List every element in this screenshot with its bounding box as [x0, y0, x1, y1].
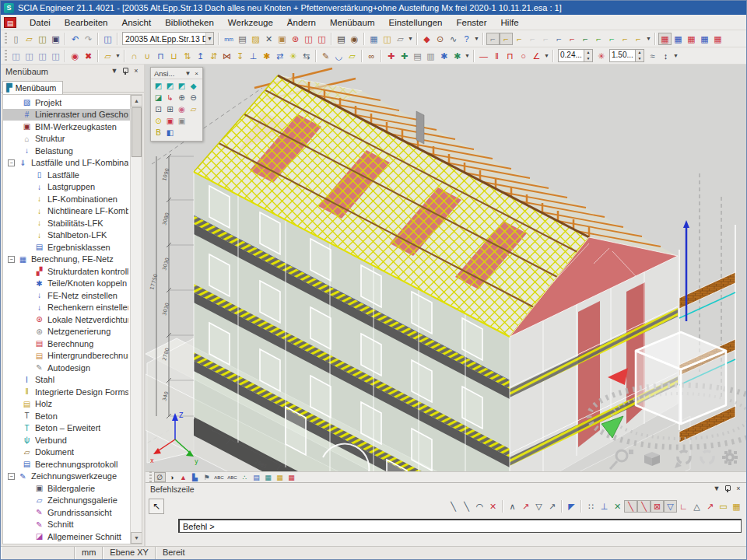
export-chart-icon[interactable]: ✕ [262, 33, 275, 45]
toolbar-grip[interactable] [5, 33, 7, 45]
tree-item-ergebnisklassen[interactable]: ▤Ergebnisklassen [3, 241, 130, 254]
layout-window-4-icon[interactable]: ◫ [49, 50, 62, 62]
save-icon[interactable]: ▣ [49, 33, 62, 45]
menu-einstellungen[interactable]: Einstellungen [381, 16, 449, 29]
open-drawing-icon[interactable]: ▱ [101, 50, 114, 62]
paste-add-data-icon[interactable]: ▥ [424, 50, 437, 62]
tree-item-berechnung-fe-netz[interactable]: −▦Berechnung, FE-Netz [3, 254, 130, 266]
calculator-icon[interactable]: ▦ [730, 500, 743, 513]
display-flags-caret[interactable]: ▼ [645, 33, 652, 45]
zoom-in-icon[interactable]: ⊕ [176, 92, 188, 103]
status-plane[interactable]: Ebene XY [103, 547, 156, 559]
activity-filter-2-icon[interactable]: ▦ [672, 33, 685, 45]
tree-item-lastgruppen[interactable]: ↓Lastgruppen [3, 181, 130, 194]
sidebar-menu-caret[interactable]: ▼ [109, 66, 120, 76]
cursor-mode-icon[interactable]: ↖ [149, 499, 164, 514]
open-project-icon[interactable]: ▱ [23, 33, 36, 45]
perpendicular-icon[interactable]: ⊥ [247, 50, 260, 62]
snap-free-icon[interactable]: ↗ [703, 500, 717, 513]
layers-icon[interactable]: ▤ [236, 33, 249, 45]
menu-menuebaum[interactable]: Menübaum [323, 16, 382, 29]
projection-icon[interactable]: ∅ [154, 472, 166, 482]
window-layout2-icon[interactable]: ◫ [315, 33, 328, 45]
swap-icon[interactable]: ⇆ [300, 50, 313, 62]
view-more-caret[interactable]: ▼ [407, 33, 414, 45]
activity-display-icon[interactable]: ▦ [286, 472, 297, 482]
snap-arc-icon[interactable]: △ [690, 500, 703, 513]
snap-delete-icon[interactable]: ✕ [486, 500, 500, 513]
view-settings-icon[interactable]: ▣ [164, 115, 176, 127]
tree-item-struktur[interactable]: ⌂Struktur [3, 133, 130, 145]
scroll-thumb[interactable] [132, 107, 142, 157]
load-display-icon[interactable]: ⚑ [201, 472, 212, 482]
tree-expander-icon[interactable]: − [8, 159, 15, 166]
tree-item-rechenkern-einstellen[interactable]: ↓Rechenkern einstellen [3, 302, 130, 314]
tree-item-linienraster-und-geschosse[interactable]: #Linienraster und Geschosse [3, 109, 130, 121]
copy-node-icon[interactable]: ∪ [141, 50, 154, 62]
new-project-icon[interactable]: ▯ [9, 33, 23, 45]
scroll-down-icon[interactable]: ▼ [131, 532, 142, 544]
move-node-icon[interactable]: ∩ [128, 50, 141, 62]
menu-bibliotheken[interactable]: Bibliotheken [158, 16, 221, 29]
menu-bearbeiten[interactable]: Bearbeiten [58, 16, 115, 29]
snap-angle-icon[interactable]: ∧ [506, 500, 519, 513]
print-icon[interactable]: ▤ [335, 33, 348, 45]
tree-item-beton-erweitert[interactable]: TBeton – Erweitert [3, 422, 130, 435]
redo-icon[interactable]: ↷ [82, 33, 95, 45]
scale-caret[interactable]: ▼ [672, 50, 679, 62]
node-display-icon[interactable]: ▲ [177, 472, 189, 482]
tree-item-zeichnungswerkzeuge[interactable]: −✎Zeichnungswerkzeuge [3, 471, 130, 483]
display-flag-8-icon[interactable]: ⌐ [579, 33, 592, 45]
bim-base-icon[interactable]: ◆ [420, 33, 433, 45]
document-menu-icon[interactable]: ▤ [4, 17, 16, 28]
save-all-icon[interactable]: ◫ [36, 33, 49, 45]
snap-grid-icon[interactable]: ∷ [584, 500, 598, 513]
snap-extension-icon[interactable]: ∟ [677, 500, 690, 513]
snap-midpoint-icon[interactable]: ╲ [460, 500, 473, 513]
clipboard-icon[interactable]: ▣ [275, 33, 289, 45]
display-flag-9-icon[interactable]: ⌐ [592, 33, 605, 45]
display-flag-4-icon[interactable]: ⌐ [526, 33, 539, 45]
model-viewport[interactable]: 17750 1090 3080 3030 3030 2780 340 2985 … [146, 65, 746, 471]
display-flag-7-icon[interactable]: ⌐ [566, 33, 579, 45]
cursor-snap-settings-icon[interactable]: ◤ [565, 500, 578, 513]
open-drawing-caret[interactable]: ▼ [114, 50, 121, 62]
view-x-icon[interactable]: ◩ [153, 80, 164, 92]
tree-expander-icon[interactable]: − [8, 256, 15, 263]
palette-close-icon[interactable]: × [192, 70, 201, 77]
sheet-edit-icon[interactable]: ▱ [394, 33, 407, 45]
tree-item-grundrissansicht[interactable]: ✎Grundrissansicht [3, 506, 130, 519]
sidebar-close-icon[interactable]: × [131, 66, 142, 76]
circle-entity-icon[interactable]: ○ [517, 50, 530, 62]
snap-vector-icon[interactable]: ↗ [545, 500, 559, 513]
render-mode-icon[interactable]: ◑ [166, 472, 177, 482]
tree-item-integrierte-design-forms[interactable]: ‖Integrierte Design Forms [3, 386, 130, 398]
regen-add2-icon[interactable]: ✱ [451, 50, 464, 62]
display-flag-5-icon[interactable]: ⌐ [539, 33, 552, 45]
number-scale-icon[interactable]: ↕ [659, 50, 672, 62]
undo-icon[interactable]: ↶ [68, 33, 82, 45]
intersect-members-icon[interactable]: ⋈ [220, 50, 233, 62]
tree-item-beton[interactable]: TBeton [3, 410, 130, 422]
command-input[interactable] [178, 519, 742, 533]
activity-filter-3-icon[interactable]: ▦ [685, 33, 698, 45]
label-abc2-icon[interactable]: ABC [226, 472, 239, 482]
layout-window-3-icon[interactable]: ◫ [36, 50, 49, 62]
snap-intersect-icon[interactable]: ⊠ [651, 500, 664, 513]
zoom-selection-icon[interactable]: ◉ [176, 103, 188, 115]
mesh-ball-icon[interactable]: ⊛ [289, 33, 302, 45]
tree-item-netzgenerierung[interactable]: ⊛Netzgenerierung [3, 326, 130, 338]
layers-b-icon[interactable]: B [153, 127, 164, 138]
dim-line-icon[interactable]: ‖ [490, 50, 503, 62]
tree-item-lastf-lle-und-lf-kombinationen[interactable]: −⇓Lastfälle und LF-Kombinationen [3, 157, 130, 170]
numbering-icon[interactable]: ▤ [251, 472, 262, 482]
snap-mid2-icon[interactable]: ╲ [637, 500, 651, 513]
explode-icon[interactable]: ✱ [260, 50, 273, 62]
zoom-out-icon[interactable]: ⊖ [188, 92, 199, 103]
dim-bracket-icon[interactable]: ⊓ [503, 50, 517, 62]
surface-edit-icon[interactable]: ▱ [345, 50, 359, 62]
palette-caret-icon[interactable]: ▼ [184, 70, 192, 77]
scale-spinner-arrows[interactable]: ▲▼ [584, 49, 593, 62]
menu-ansicht[interactable]: Ansicht [114, 16, 158, 29]
workspace-panel-icon[interactable]: ◫ [101, 33, 114, 45]
